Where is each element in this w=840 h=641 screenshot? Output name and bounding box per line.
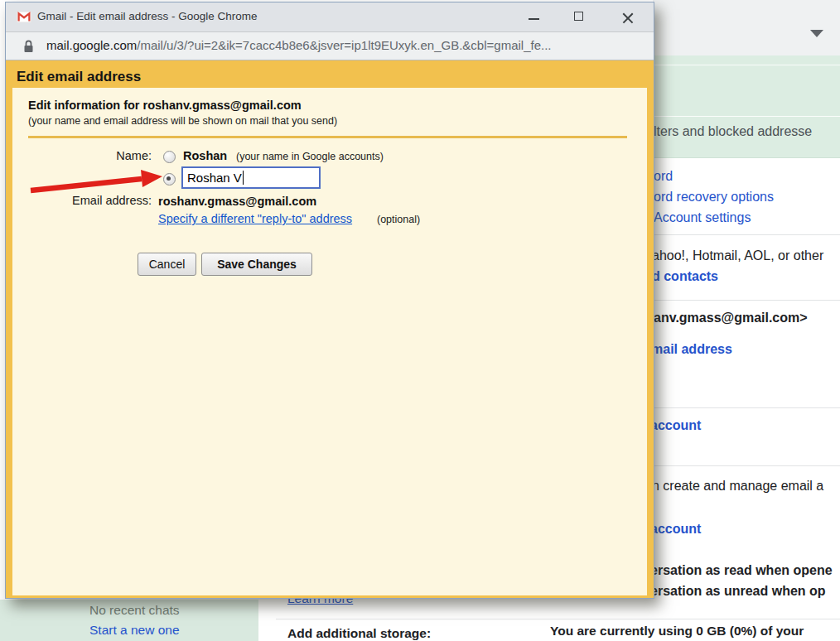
password-recovery-link[interactable]: ord recovery options xyxy=(654,190,774,205)
storage-usage-text: You are currently using 0 GB (0%) of you… xyxy=(550,624,804,639)
divider xyxy=(653,234,840,235)
edit-info-subtext: (your name and email address will be sho… xyxy=(28,115,337,127)
edit-email-panel: Edit information for roshanv.gmass@gmail… xyxy=(12,88,647,595)
mark-unread-option-text: ersation as unread when op xyxy=(650,584,826,599)
cancel-button[interactable]: Cancel xyxy=(138,253,196,276)
custom-name-value: Roshan V xyxy=(187,171,242,185)
window-title: Gmail - Edit email address - Google Chro… xyxy=(37,10,258,22)
custom-name-input[interactable]: Roshan V xyxy=(181,166,321,189)
storage-label: Add additional storage: xyxy=(287,626,431,641)
minimize-icon xyxy=(529,18,539,20)
gold-divider xyxy=(28,136,627,138)
add-another-account-link[interactable]: account xyxy=(650,522,701,537)
url-path: /mail/u/3/?ui=2&ik=7cacc4b8e6&jsver=ip1l… xyxy=(137,38,551,52)
add-mail-account-link[interactable]: account xyxy=(650,418,701,433)
tab-filters-blocked[interactable]: lters and blocked addresse xyxy=(654,124,812,139)
name-label: Name: xyxy=(12,149,152,162)
mark-read-option-text: ersation as read when opene xyxy=(650,563,833,578)
account-header-area xyxy=(653,0,840,55)
divider xyxy=(276,619,840,619)
close-button[interactable] xyxy=(611,2,644,31)
url-domain: mail.google.com xyxy=(46,38,137,52)
change-password-link[interactable]: ord xyxy=(654,169,673,184)
email-address-value: roshanv.gmass@gmail.com xyxy=(158,195,316,208)
google-name-note: (your name in Google accounts) xyxy=(236,151,384,162)
email-address-label: Email address: xyxy=(12,194,152,207)
divider xyxy=(653,465,840,466)
maximize-button[interactable] xyxy=(562,2,596,31)
divider xyxy=(653,65,840,65)
reply-to-link[interactable]: Specify a different "reply-to" address xyxy=(158,212,352,225)
save-changes-button[interactable]: Save Changes xyxy=(201,253,312,276)
edit-email-address-link[interactable]: mail address xyxy=(651,342,732,357)
grant-access-text: n create and manage email a xyxy=(652,479,823,494)
google-name-radio[interactable] xyxy=(163,151,176,163)
text-cursor xyxy=(243,171,244,185)
url-text: mail.google.com/mail/u/3/?ui=2&ik=7cacc4… xyxy=(46,38,552,52)
settings-tabs-bar xyxy=(653,55,840,158)
divider xyxy=(653,407,840,408)
google-name-text: Roshan xyxy=(183,149,227,162)
no-recent-chats-text: No recent chats xyxy=(89,603,180,618)
send-mail-as-address: anv.gmass@gmail.com> xyxy=(654,311,808,325)
chrome-popup-window: Gmail - Edit email address - Google Chro… xyxy=(5,2,654,599)
divider xyxy=(653,300,840,301)
address-bar[interactable]: mail.google.com/mail/u/3/?ui=2&ik=7cacc4… xyxy=(6,32,654,60)
maximize-icon xyxy=(574,12,583,21)
account-settings-link[interactable]: Account settings xyxy=(654,210,751,225)
dialog-title: Edit email address xyxy=(17,69,141,85)
start-new-chat-link[interactable]: Start a new one xyxy=(89,623,180,638)
dropdown-caret-icon[interactable] xyxy=(810,30,823,37)
lock-icon xyxy=(23,40,34,53)
import-description-text: ahoo!, Hotmail, AOL, or other xyxy=(652,248,823,263)
minimize-button[interactable] xyxy=(517,2,550,31)
custom-name-radio[interactable] xyxy=(163,173,176,186)
divider xyxy=(653,116,840,117)
gmail-favicon-icon xyxy=(17,11,31,23)
page-background: lters and blocked addresse ord ord recov… xyxy=(0,0,840,641)
import-contacts-link[interactable]: d contacts xyxy=(652,269,718,284)
window-titlebar[interactable]: Gmail - Edit email address - Google Chro… xyxy=(6,2,654,32)
edit-info-heading: Edit information for roshanv.gmass@gmail… xyxy=(28,99,302,112)
reply-to-note: (optional) xyxy=(377,214,420,225)
